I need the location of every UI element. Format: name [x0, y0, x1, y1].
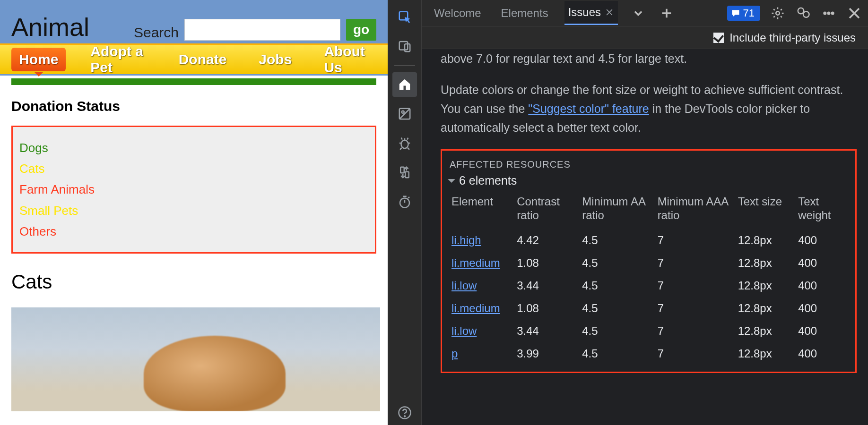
svg-point-4 [401, 111, 404, 113]
table-cell: 4.5 [578, 342, 653, 365]
page-header: Animal Search go [0, 0, 388, 43]
table-cell: 12.8px [734, 297, 795, 320]
table-header: Minimum AA ratio [578, 192, 653, 229]
affected-elements-table: ElementContrast ratioMinimum AA ratioMin… [448, 192, 850, 365]
svg-point-5 [401, 140, 408, 149]
table-cell: 3.44 [513, 320, 578, 342]
element-link[interactable]: li.medium [451, 302, 500, 314]
chevron-down-icon [448, 179, 455, 187]
status-item: Dogs [19, 137, 368, 158]
nav-item-jobs[interactable]: Jobs [251, 48, 299, 71]
nav-item-adopt-a-pet[interactable]: Adopt a Pet [83, 40, 154, 79]
donation-status-box: DogsCatsFarm AnimalsSmall PetsOthers [11, 126, 376, 254]
table-cell: 4.5 [578, 274, 653, 297]
svg-point-10 [404, 416, 405, 417]
issues-count: 71 [743, 7, 755, 19]
table-header: Element [448, 192, 513, 229]
table-cell: 400 [794, 342, 850, 365]
affected-resources-box: AFFECTED RESOURCES 6 elements ElementCon… [441, 149, 857, 373]
table-cell: 400 [794, 229, 850, 252]
devtools-toolbar-rail [388, 0, 422, 425]
table-cell: 12.8px [734, 229, 795, 252]
table-header: Contrast ratio [513, 192, 578, 229]
cats-heading: Cats [11, 271, 376, 293]
bug-icon[interactable] [392, 131, 417, 155]
site-title: Animal [11, 12, 89, 42]
affected-elements-toggle[interactable]: 6 elements [448, 174, 850, 187]
table-cell: 7 [654, 274, 734, 297]
tab-issues-label: Issues [568, 6, 601, 19]
table-cell: 4.5 [578, 320, 653, 342]
tab-elements[interactable]: Elements [497, 2, 552, 25]
table-row: p3.994.5712.8px400 [448, 342, 850, 365]
element-link[interactable]: li.high [451, 234, 481, 246]
network-conditions-icon[interactable] [392, 160, 417, 185]
inspect-element-icon[interactable] [392, 5, 417, 29]
table-header: Text size [734, 192, 795, 229]
nav-item-about-us[interactable]: About Us [316, 40, 376, 79]
devtools-panel: Welcome Elements Issues 71 [388, 0, 868, 425]
settings-icon[interactable] [770, 5, 786, 21]
element-link[interactable]: li.low [451, 324, 477, 337]
issues-count-badge[interactable]: 71 [727, 6, 760, 21]
more-options-icon[interactable] [821, 5, 837, 21]
home-icon[interactable] [392, 72, 417, 97]
table-cell: 400 [794, 252, 850, 274]
feedback-icon[interactable] [795, 5, 811, 21]
table-cell: 12.8px [734, 320, 795, 342]
devtools-tabstrip: Welcome Elements Issues 71 [422, 0, 868, 26]
search-input[interactable] [184, 19, 340, 41]
table-cell: 400 [794, 320, 850, 342]
include-third-party-checkbox[interactable] [713, 33, 724, 43]
table-cell: 7 [654, 229, 734, 252]
svg-point-16 [832, 12, 834, 14]
donation-status-heading: Donation Status [11, 98, 376, 114]
close-icon[interactable] [605, 8, 614, 17]
issue-description-line2: Update colors or change the font size or… [441, 80, 857, 137]
table-cell: 1.08 [513, 252, 578, 274]
tab-welcome[interactable]: Welcome [430, 2, 485, 25]
table-cell: 4.5 [578, 252, 653, 274]
table-cell: 12.8px [734, 252, 795, 274]
issues-toolbar: Include third-party issues [422, 26, 868, 49]
suggest-color-link[interactable]: "Suggest color" feature [528, 102, 649, 115]
nav-item-donate[interactable]: Donate [171, 48, 234, 71]
svg-point-13 [803, 11, 809, 17]
status-item: Cats [19, 158, 368, 179]
device-emulation-icon[interactable] [392, 34, 417, 59]
rendered-page: Animal Search go HomeAdopt a PetDonateJo… [0, 0, 388, 425]
status-item: Others [19, 221, 368, 242]
search-label: Search [134, 25, 179, 41]
affected-resources-title: AFFECTED RESOURCES [448, 159, 850, 170]
no-image-icon[interactable] [392, 102, 417, 126]
element-link[interactable]: li.low [451, 279, 477, 292]
table-cell: 3.44 [513, 274, 578, 297]
table-cell: 4.5 [578, 297, 653, 320]
table-cell: 400 [794, 297, 850, 320]
table-cell: 7 [654, 342, 734, 365]
table-cell: 4.42 [513, 229, 578, 252]
element-link[interactable]: li.medium [451, 256, 500, 269]
help-icon[interactable] [392, 400, 417, 425]
svg-rect-7 [405, 172, 409, 178]
add-tab-icon[interactable] [659, 5, 675, 21]
table-header: Minimum AAA ratio [654, 192, 734, 229]
main-nav: HomeAdopt a PetDonateJobsAbout Us [0, 43, 388, 76]
issues-body: above 7.0 for regular text and 4.5 for l… [422, 49, 868, 425]
table-row: li.low3.444.5712.8px400 [448, 320, 850, 342]
element-link[interactable]: p [451, 347, 458, 360]
include-third-party-label: Include third-party issues [729, 31, 856, 44]
close-devtools-icon[interactable] [846, 5, 862, 21]
svg-point-15 [828, 12, 830, 14]
stopwatch-icon[interactable] [392, 189, 417, 214]
table-cell: 7 [654, 297, 734, 320]
svg-rect-1 [399, 42, 408, 50]
status-item: Farm Animals [19, 179, 368, 200]
svg-point-11 [776, 11, 780, 15]
search-go-button[interactable]: go [346, 19, 376, 41]
affected-elements-count: 6 elements [459, 174, 517, 187]
nav-item-home[interactable]: Home [11, 48, 66, 71]
more-tabs-icon[interactable] [630, 5, 646, 21]
tab-issues[interactable]: Issues [564, 1, 618, 25]
table-cell: 4.5 [578, 229, 653, 252]
